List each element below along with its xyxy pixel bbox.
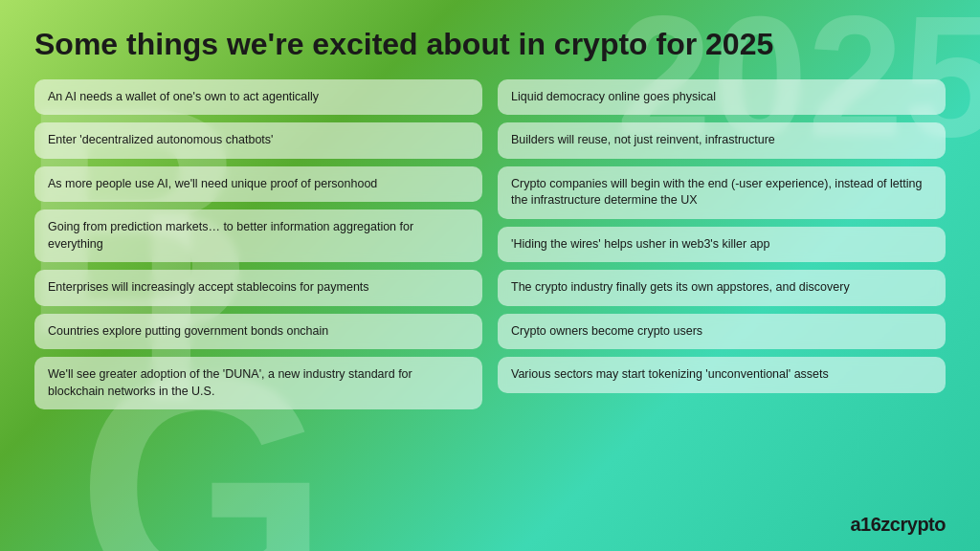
left-card-1: An AI needs a wallet of one's own to act… <box>34 79 482 116</box>
logo: a16zcrypto <box>851 514 947 536</box>
left-card-3: As more people use AI, we'll need unique… <box>34 166 482 203</box>
app-container: B I G 2025 Some things we're excited abo… <box>0 0 980 551</box>
right-card-10: Crypto companies will begin with the end… <box>498 166 946 219</box>
left-column: An AI needs a wallet of one's own to act… <box>34 79 482 410</box>
left-card-6: Countries explore putting government bon… <box>34 314 482 350</box>
right-card-9: Builders will reuse, not just reinvent, … <box>498 122 946 159</box>
right-card-14: Various sectors may start tokenizing 'un… <box>498 357 946 393</box>
right-card-13: Crypto owners become crypto users <box>498 314 946 350</box>
logo-text: a16zcrypto <box>851 514 947 535</box>
left-card-7: We'll see greater adoption of the 'DUNA'… <box>34 357 482 409</box>
right-card-11: 'Hiding the wires' helps usher in web3's… <box>498 227 946 263</box>
content-area: An AI needs a wallet of one's own to act… <box>34 79 946 410</box>
left-card-2: Enter 'decentralized autonomous chatbots… <box>34 122 482 159</box>
right-card-8: Liquid democracy online goes physical <box>498 79 946 116</box>
left-card-5: Enterprises will increasingly accept sta… <box>34 270 482 306</box>
left-card-4: Going from prediction markets… to better… <box>34 209 482 262</box>
right-column: Liquid democracy online goes physicalBui… <box>498 79 946 410</box>
right-card-12: The crypto industry finally gets its own… <box>498 270 946 306</box>
page-title: Some things we're excited about in crypt… <box>34 27 946 62</box>
